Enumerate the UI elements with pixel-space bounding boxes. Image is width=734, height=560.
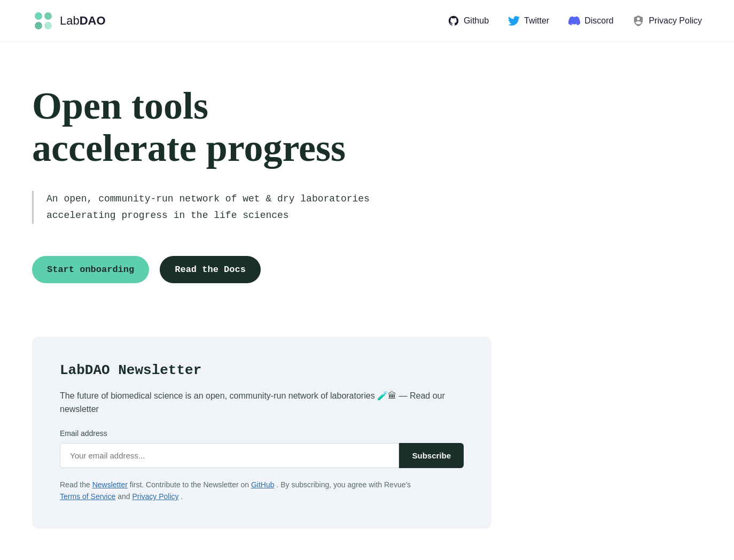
subscribe-button[interactable]: Subscribe — [399, 443, 464, 468]
discord-link[interactable]: Discord — [568, 15, 613, 27]
newsletter-section: LabDAO Newsletter The future of biomedic… — [32, 337, 491, 528]
start-onboarding-button[interactable]: Start onboarding — [32, 256, 149, 283]
footnote-and: and — [118, 492, 130, 501]
footnote-middle: first. Contribute to the Newsletter on — [130, 480, 249, 489]
hero-buttons: Start onboarding Read the Docs — [32, 256, 395, 283]
github-footnote-link[interactable]: GitHub — [251, 480, 275, 489]
read-the-docs-button[interactable]: Read the Docs — [160, 256, 261, 283]
svg-point-2 — [35, 22, 42, 29]
github-icon — [448, 15, 459, 27]
hero-quote-line1: An open, community-run network of wet & … — [46, 193, 370, 204]
privacy-policy-label: Privacy Policy — [649, 16, 702, 26]
footnote-end: . — [181, 492, 183, 501]
footnote-prefix: Read the — [60, 480, 90, 489]
logo[interactable]: LabDAO — [32, 10, 106, 32]
privacy-policy-link[interactable]: Privacy Policy — [633, 15, 702, 27]
svg-point-0 — [35, 12, 42, 20]
twitter-link[interactable]: Twitter — [508, 15, 549, 27]
email-input[interactable] — [60, 443, 399, 468]
newsletter-link[interactable]: Newsletter — [92, 480, 128, 489]
navbar: LabDAO Github Twitter — [0, 0, 734, 42]
newsletter-description: The future of biomedical science is an o… — [60, 389, 464, 416]
logo-icon — [32, 10, 54, 32]
svg-point-3 — [44, 22, 52, 29]
logo-text: LabDAO — [60, 14, 106, 28]
twitter-icon — [508, 15, 520, 27]
twitter-label: Twitter — [524, 16, 549, 26]
github-link[interactable]: Github — [448, 15, 489, 27]
nav-links: Github Twitter Discord — [448, 15, 702, 27]
privacy-icon — [633, 15, 644, 27]
email-label: Email address — [60, 429, 464, 438]
newsletter-footnote: Read the Newsletter first. Contribute to… — [60, 479, 464, 503]
email-row: Subscribe — [60, 443, 464, 468]
footnote-suffix: . By subscribing, you agree with Revue's — [276, 480, 411, 489]
hero-title: Open tools accelerate progress — [32, 85, 395, 169]
terms-of-service-link[interactable]: Terms of Service — [60, 492, 115, 501]
hero-quote: An open, community-run network of wet & … — [32, 191, 395, 223]
hero-section: Open tools accelerate progress An open, … — [0, 42, 427, 315]
privacy-policy-footnote-link[interactable]: Privacy Policy — [132, 492, 178, 501]
newsletter-title: LabDAO Newsletter — [60, 362, 464, 378]
github-label: Github — [464, 16, 489, 26]
discord-icon — [568, 15, 580, 27]
svg-point-1 — [44, 12, 52, 20]
hero-quote-line2: accelerating progress in the life scienc… — [46, 210, 289, 221]
discord-label: Discord — [584, 16, 613, 26]
